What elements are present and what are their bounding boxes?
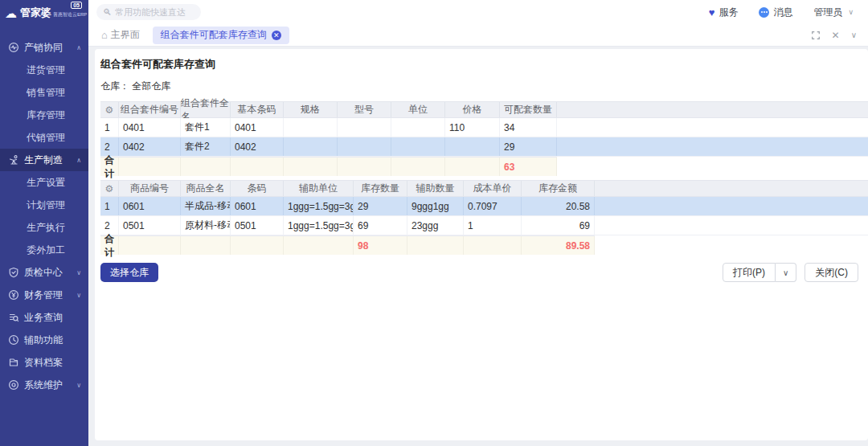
sidebar-item-label: 质检中心 <box>24 266 63 280</box>
tab-active[interactable]: 组合套件可配套库存查询 ✕ <box>153 27 289 44</box>
sidebar-item-label: 辅助功能 <box>24 333 63 347</box>
sidebar-item-label: 委外加工 <box>27 243 65 257</box>
table-cell <box>284 118 338 137</box>
totals-value <box>284 158 338 176</box>
sidebar-item-13[interactable]: 辅助功能 <box>0 329 88 351</box>
sidebar-item-8[interactable]: 生产执行 <box>0 216 88 239</box>
column-header[interactable]: 型号 <box>338 102 391 117</box>
totals-value <box>231 158 284 176</box>
column-header[interactable]: 组合套件编号 <box>119 102 181 117</box>
table-cell: 半成品-移动 <box>181 197 231 215</box>
column-header[interactable]: 可配套数量 <box>500 102 557 117</box>
table-row[interactable]: 10401套件1040111034 <box>100 118 868 137</box>
sidebar-item-2[interactable]: 销售管理 <box>0 81 88 104</box>
totals-row: 合计9889.58 <box>100 235 595 255</box>
column-header[interactable]: 商品全名 <box>181 181 231 196</box>
totals-value: 63 <box>500 158 557 176</box>
messages-link[interactable]: 消息 <box>759 6 792 19</box>
close-button[interactable]: 关闭(C) <box>805 263 858 282</box>
column-header[interactable]: 库存金额 <box>522 181 595 196</box>
sidebar-item-9[interactable]: 委外加工 <box>0 239 88 261</box>
message-bubble-icon <box>759 7 769 18</box>
totals-value <box>464 236 522 255</box>
sidebar-item-11[interactable]: 财务管理∨ <box>0 284 88 306</box>
sidebar-item-5[interactable]: 生产制造∧ <box>0 149 88 171</box>
sidebar-item-15[interactable]: 系统维护∨ <box>0 374 88 396</box>
sidebar-item-6[interactable]: 生产设置 <box>0 171 88 194</box>
totals-value <box>338 158 391 176</box>
archive-icon <box>8 357 19 368</box>
table-cell: 0501 <box>119 216 181 235</box>
sidebar-item-label: 生产设置 <box>27 176 65 190</box>
heart-icon: ♥ <box>709 6 715 18</box>
column-header[interactable]: 规格 <box>284 102 338 117</box>
tab-close-icon[interactable]: ✕ <box>272 31 281 40</box>
main-content: 组合套件可配套库存查询 仓库： 全部仓库 ⚙组合套件编号组合套件全名基本条码规格… <box>95 49 868 440</box>
search-input[interactable] <box>115 7 194 17</box>
tab-active-label: 组合套件可配套库存查询 <box>161 28 267 42</box>
topbar: 🔍︎ ♥ 服务 消息 管理员 ∨ <box>88 0 868 24</box>
column-header[interactable]: 价格 <box>445 102 500 117</box>
collapse-icon[interactable]: ∨ <box>851 31 857 39</box>
totals-value <box>284 236 354 255</box>
sidebar-item-14[interactable]: 资料档案 <box>0 351 88 374</box>
sidebar-item-1[interactable]: 进货管理 <box>0 59 88 81</box>
column-header[interactable]: 组合套件全名 <box>181 102 231 117</box>
sidebar-item-3[interactable]: 库存管理 <box>0 104 88 126</box>
column-header[interactable]: 辅助数量 <box>407 181 464 196</box>
tab-strip: ⌂ 主界面 组合套件可配套库存查询 ✕ ✕ ∨ <box>88 24 868 47</box>
table-cell: 1ggg=1.5gg=3g <box>284 216 354 235</box>
sidebar-item-label: 计划管理 <box>27 198 65 212</box>
table-cell: 1 <box>100 197 119 215</box>
print-dropdown-button[interactable]: ∨ <box>776 263 796 282</box>
service-link[interactable]: ♥ 服务 <box>709 6 739 19</box>
totals-value <box>119 158 181 176</box>
sidebar-item-label: 生产执行 <box>27 221 65 235</box>
column-header[interactable]: 基本条码 <box>231 102 284 117</box>
column-settings-gear-icon[interactable]: ⚙ <box>100 102 119 117</box>
table-cell: 0401 <box>231 118 284 137</box>
sidebar-item-label: 产销协同 <box>24 41 63 55</box>
sidebar-item-12[interactable]: 业务查询 <box>0 306 88 329</box>
table-cell: 69 <box>522 216 595 235</box>
sidebar-item-4[interactable]: 代销管理 <box>0 126 88 149</box>
page-title: 组合套件可配套库存查询 <box>100 54 868 78</box>
print-button[interactable]: 打印(P) <box>723 263 776 282</box>
quick-search[interactable]: 🔍︎ <box>96 4 201 20</box>
user-menu[interactable]: 管理员 ∨ <box>813 6 854 19</box>
select-warehouse-button[interactable]: 选择仓库 <box>100 263 158 282</box>
sidebar-item-0[interactable]: 产销协同∧ <box>0 36 88 59</box>
column-settings-gear-icon[interactable]: ⚙ <box>100 181 119 196</box>
totals-value <box>181 236 231 255</box>
chevron-down-icon: ∨ <box>76 292 81 299</box>
maximize-icon[interactable] <box>811 31 821 40</box>
tab-home[interactable]: ⌂ 主界面 <box>101 28 140 42</box>
shield-icon <box>8 267 19 278</box>
chevron-down-icon: ∨ <box>76 382 81 389</box>
table-cell: 0402 <box>231 137 284 156</box>
sidebar-item-label: 生产制造 <box>24 153 63 167</box>
sidebar-item-10[interactable]: 质检中心∨ <box>0 261 88 284</box>
column-header[interactable]: 库存数量 <box>354 181 407 196</box>
column-header[interactable]: 成本单价 <box>464 181 522 196</box>
sidebar-item-label: 财务管理 <box>24 288 63 302</box>
column-header[interactable]: 辅助单位 <box>284 181 354 196</box>
totals-value <box>445 158 500 176</box>
totals-label: 合计 <box>100 236 119 255</box>
table-row[interactable]: 20501原材料-移动05011ggg=1.5gg=3g6923ggg169 <box>100 216 868 235</box>
cloud-logo-icon: ☁ <box>5 7 17 19</box>
table-row[interactable]: 10601半成品-移动06011ggg=1.5gg=3g299ggg1gg0.7… <box>100 197 868 216</box>
sidebar-item-7[interactable]: 计划管理 <box>0 194 88 216</box>
column-header[interactable]: 单位 <box>391 102 445 117</box>
column-header[interactable]: 条码 <box>231 181 284 196</box>
table-cell: 1 <box>100 118 119 137</box>
table-cell: 0601 <box>231 197 284 215</box>
column-header[interactable]: 商品编号 <box>119 181 181 196</box>
totals-value <box>119 236 181 255</box>
totals-value <box>391 158 445 176</box>
table-cell <box>284 137 338 156</box>
brand-name: 管家婆 <box>20 6 51 20</box>
table-cell: 0402 <box>119 137 181 156</box>
table-row[interactable]: 20402套件2040229 <box>100 137 868 157</box>
close-tab-icon[interactable]: ✕ <box>832 31 840 40</box>
